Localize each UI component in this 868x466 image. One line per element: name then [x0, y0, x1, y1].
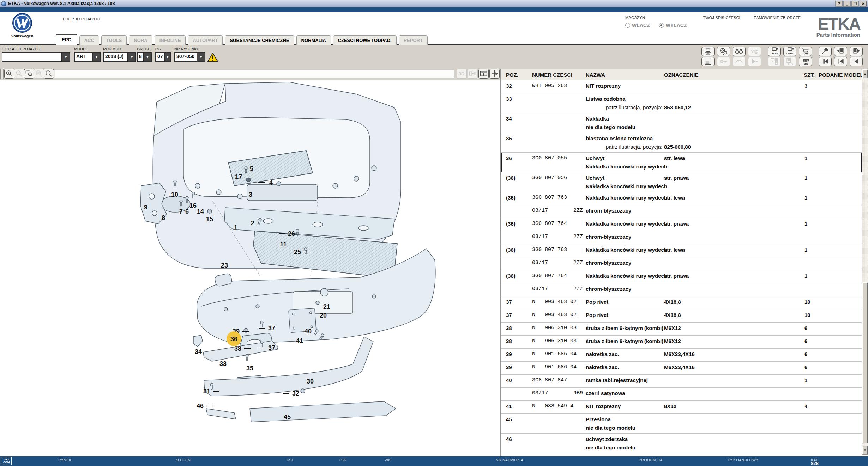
exploded-parts-diagram[interactable]: 5174310169761415821261125232120404137393… — [0, 80, 500, 456]
filter-value[interactable]: 07 — [156, 53, 164, 61]
magazyn-radio-wylacz[interactable]: WYLACZ — [659, 23, 687, 28]
part-callout-41[interactable]: 41 — [296, 337, 303, 344]
help-button[interactable]: ? — [835, 1, 843, 7]
part-callout-45[interactable]: 45 — [284, 413, 291, 421]
diagram-search-field[interactable] — [54, 69, 454, 78]
table-row[interactable]: 41N 038 549 4NIT rozprezny8X124 — [501, 401, 862, 414]
split-window-button[interactable] — [478, 69, 489, 79]
print-button[interactable] — [701, 47, 715, 56]
table-row[interactable]: 34Nakładkanie dla tego modelu — [501, 113, 862, 133]
parts-list-button[interactable] — [701, 57, 715, 66]
part-callout-2[interactable]: 2 — [251, 220, 254, 227]
part-callout-15[interactable]: 15 — [206, 216, 213, 223]
minimize-button[interactable]: _ — [843, 1, 851, 7]
copy-prev-page-button[interactable] — [834, 47, 847, 56]
zoom-in-button[interactable] — [4, 69, 14, 79]
part-callout-3[interactable]: 3 — [249, 191, 252, 198]
wheel-search-button[interactable] — [717, 47, 730, 56]
part-callout-38[interactable]: 38 — [234, 345, 241, 352]
table-row[interactable]: 33Listwa ozdobnapatrz ilustracja, pozycj… — [501, 93, 862, 113]
table-row[interactable]: 03/172ZZchrom-błyszczacy — [501, 257, 862, 270]
tab-normalia[interactable]: NORMALIA — [296, 35, 331, 45]
filter-value[interactable] — [2, 53, 61, 61]
filter-combo[interactable]: 8▼ — [137, 52, 152, 62]
table-row[interactable]: 39N 901 686 04nakretka zac.M6X23,4X166 — [501, 362, 862, 375]
illustration-link[interactable]: 825-000,80 — [664, 144, 691, 150]
table-row[interactable]: 38N 906 310 03śruba z łbem 6-kątnym (kom… — [501, 323, 862, 336]
filter-combo[interactable]: ART▼ — [74, 52, 101, 62]
table-row[interactable]: (36)3G0 807 056UchwytNakładka koncówki r… — [501, 172, 862, 192]
filter-combo[interactable]: 807-050▼ — [174, 52, 205, 62]
table-row[interactable]: 39N 901 686 04nakretka zac.M6X23,4X166 — [501, 349, 862, 362]
scroll-up-button[interactable]: ▲ — [862, 69, 868, 78]
part-callout-8[interactable]: 8 — [162, 214, 165, 221]
magnifier-button[interactable] — [44, 69, 54, 79]
part-callout-36[interactable]: 36 — [230, 336, 237, 343]
part-callout-10[interactable]: 10 — [171, 191, 178, 198]
part-callout-31[interactable]: 31 — [203, 388, 210, 395]
table-row[interactable]: 38N 906 310 03śruba z łbem 6-kątnym (kom… — [501, 336, 862, 349]
dropdown-arrow-icon[interactable]: ▼ — [143, 53, 151, 61]
cart-add-button[interactable] — [799, 47, 812, 56]
radio-icon[interactable] — [659, 23, 664, 28]
nav-prev-button[interactable] — [850, 57, 863, 66]
cart-full-button[interactable] — [799, 57, 812, 66]
table-row[interactable]: (36)3G0 807 764Nakładka koncówki rury wy… — [501, 270, 862, 283]
filter-combo[interactable]: 2018 (J)▼ — [103, 52, 136, 62]
warning-triangle-icon[interactable] — [207, 53, 218, 62]
zoom-area-button[interactable] — [24, 69, 34, 79]
elsa-button[interactable]: ELSA — [768, 47, 781, 56]
table-row[interactable]: 37N 903 463 02Pop rivet4X18,810 — [501, 309, 862, 323]
table-row[interactable]: 03/172ZZchrom-błyszczacy — [501, 205, 862, 218]
bulk-order-link[interactable]: ZAMÓWIENIE ZBIORCZE — [754, 16, 801, 20]
part-callout-14[interactable]: 14 — [197, 208, 204, 215]
part-callout-21[interactable]: 21 — [323, 303, 330, 310]
part-callout-20[interactable]: 20 — [320, 312, 327, 319]
dropdown-arrow-icon[interactable]: ▼ — [164, 53, 170, 61]
table-row[interactable]: 37N 903 463 02Pop rivet4X18,810 — [501, 296, 862, 309]
part-callout-16[interactable]: 16 — [189, 202, 197, 209]
part-callout-6[interactable]: 6 — [185, 208, 189, 215]
part-callout-23[interactable]: 23 — [221, 262, 228, 269]
part-callout-26[interactable]: 26 — [288, 230, 295, 237]
scroll-down-button[interactable]: ▼ — [862, 446, 868, 455]
tab-substancje-chemiczne[interactable]: SUBSTANCJE CHEMICZNE — [225, 35, 294, 45]
part-callout-17[interactable]: 17 — [235, 173, 242, 180]
part-callout-11[interactable]: 11 — [280, 241, 287, 248]
parts-list-link[interactable]: TWÓJ SPIS CZESCI — [703, 16, 740, 20]
part-callout-32[interactable]: 32 — [292, 390, 299, 397]
table-row[interactable]: 45Przesłonanie dla tego modelu — [501, 414, 862, 434]
dropdown-arrow-icon[interactable]: ▼ — [197, 53, 205, 61]
filter-value[interactable]: 8 — [138, 53, 143, 61]
table-row-selected[interactable]: 363G0 807 055UchwytNakładka koncówki rur… — [501, 153, 862, 172]
restore-button[interactable]: ❐ — [851, 1, 859, 7]
move-splitter-button[interactable] — [489, 69, 500, 79]
part-callout-46[interactable]: 46 — [197, 403, 204, 410]
dropdown-arrow-icon[interactable]: ▼ — [127, 53, 135, 61]
table-row[interactable]: 03/179B9czerń satynowa — [501, 388, 862, 401]
filter-value[interactable]: 2018 (J) — [104, 53, 127, 61]
table-row[interactable]: 46uchwyt zderzakanie dla tego modelu — [501, 434, 862, 453]
part-callout-40[interactable]: 40 — [305, 328, 312, 335]
depot-button[interactable]: DEPOT — [783, 47, 796, 56]
binoculars-button[interactable] — [733, 47, 746, 56]
part-callout-4[interactable]: 4 — [269, 179, 273, 186]
filter-value[interactable]: ART — [75, 53, 92, 61]
toolbar-grip[interactable] — [0, 69, 4, 79]
part-callout-9[interactable]: 9 — [144, 204, 147, 211]
table-scrollbar[interactable]: ▲ ▼ — [862, 69, 868, 455]
tab-epc[interactable]: EPC — [56, 34, 77, 45]
table-row[interactable]: 32WHT 005 263NIT rozprezny3 — [501, 80, 862, 93]
part-callout-30[interactable]: 30 — [307, 378, 314, 385]
scroll-thumb[interactable] — [862, 282, 868, 443]
part-callout-34[interactable]: 34 — [195, 348, 202, 355]
part-callout-1[interactable]: 1 — [234, 224, 237, 231]
illustration-link[interactable]: 853-050,12 — [664, 104, 691, 110]
part-callout-37[interactable]: 37 — [268, 325, 275, 332]
part-callout-33[interactable]: 33 — [219, 360, 227, 367]
filter-combo[interactable]: ▼ — [2, 52, 70, 62]
filter-combo[interactable]: 07▼ — [155, 52, 171, 62]
table-row[interactable]: 03/172ZZchrom-błyszczacy — [501, 231, 862, 244]
copy-next-page-button[interactable] — [850, 47, 863, 56]
filter-value[interactable]: 807-050 — [175, 53, 197, 61]
